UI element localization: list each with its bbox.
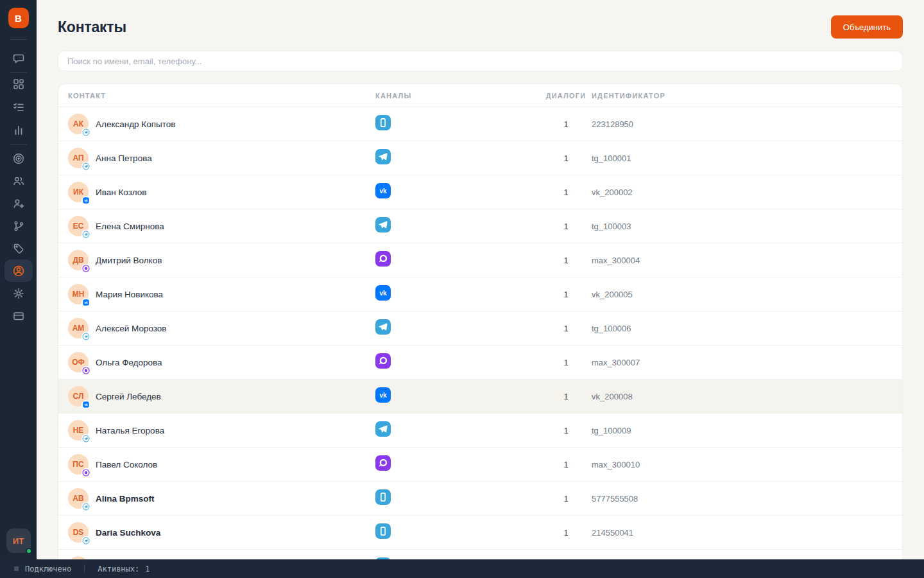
table-row[interactable]: НЕ Наталья Егорова 1 tg_100009 bbox=[58, 414, 902, 448]
table-header: КОНТАКТ КАНАЛЫ ДИАЛОГИ ИДЕНТИФИКАТОР bbox=[58, 84, 902, 107]
dialogs-count: 1 bbox=[540, 392, 592, 401]
active-count: 1 bbox=[145, 565, 150, 574]
gear-icon bbox=[12, 287, 25, 300]
svg-text:vk: vk bbox=[84, 403, 88, 407]
channel-cell bbox=[375, 319, 540, 337]
avatar-initials: ДВ bbox=[73, 256, 83, 265]
identifier: 223128950 bbox=[592, 119, 902, 129]
avatar-initials: ИК bbox=[73, 188, 83, 197]
telegram-channel-icon bbox=[375, 149, 391, 167]
sidebar-item-tag[interactable] bbox=[4, 237, 33, 259]
channel-cell bbox=[375, 149, 540, 167]
user-avatar[interactable]: ИТ bbox=[6, 529, 31, 553]
telegram-badge-icon bbox=[81, 128, 90, 137]
svg-text:vk: vk bbox=[84, 199, 88, 202]
table-row[interactable]: ЕС Елена Смирнова 1 tg_100003 bbox=[58, 209, 902, 243]
sidebar-divider bbox=[10, 39, 27, 40]
contact-cell: ДВ Дмитрий Волков bbox=[58, 250, 375, 270]
identifier: tg_100006 bbox=[592, 324, 902, 333]
vk-channel-icon: vk bbox=[375, 285, 391, 303]
avatar-initials: АК bbox=[73, 119, 83, 128]
sidebar-item-git-branch[interactable] bbox=[4, 215, 33, 237]
telegram-badge-icon bbox=[81, 536, 90, 545]
channel-cell bbox=[375, 489, 540, 507]
avatar-initials: DS bbox=[73, 528, 84, 537]
table-row[interactable]: ПС Павел Соколов 1 max_300010 bbox=[58, 448, 902, 482]
table-row[interactable]: АП Анна Петрова 1 tg_100001 bbox=[58, 141, 902, 175]
channel-cell: vk bbox=[375, 387, 540, 405]
channel-cell bbox=[375, 353, 540, 371]
sidebar-item-person-add[interactable] bbox=[4, 192, 33, 215]
page-header: Контакты Объединить bbox=[58, 15, 903, 39]
telegram-channel-icon bbox=[375, 421, 391, 439]
table-row[interactable]: АМ Алексей Морозов 1 tg_100006 bbox=[58, 311, 902, 346]
avatar-initials: МН bbox=[73, 290, 85, 299]
channel-cell bbox=[375, 455, 540, 473]
identifier: vk_200002 bbox=[592, 188, 902, 197]
dialogs-count: 1 bbox=[540, 324, 592, 333]
telegram-channel-icon bbox=[375, 319, 391, 337]
main-content: Контакты Объединить КОНТАКТ КАНАЛЫ ДИАЛО… bbox=[37, 0, 924, 559]
sidebar-item-billing[interactable] bbox=[4, 304, 33, 327]
contact-name: Ольга Федорова bbox=[96, 358, 162, 367]
sidebar-item-checklist[interactable] bbox=[4, 96, 33, 119]
avatar: АМ bbox=[68, 318, 89, 338]
channel-cell: vk bbox=[375, 183, 540, 201]
search-input[interactable] bbox=[58, 51, 903, 71]
table-row[interactable]: ОФ Ольга Федорова 1 max_300007 bbox=[58, 346, 902, 380]
svg-text:vk: vk bbox=[379, 392, 387, 399]
status-bar: Подключено Активных: 1 bbox=[0, 559, 924, 578]
table-row[interactable]: ДВ Дмитрий Волков 1 max_300004 bbox=[58, 243, 902, 277]
table-row[interactable]: DS Daria Suchkova 1 214550041 bbox=[58, 516, 902, 550]
contact-cell: ПС Павел Соколов bbox=[58, 454, 375, 475]
avatar: ПС bbox=[68, 454, 89, 475]
table-row[interactable]: АК Александр Копытов 1 223128950 bbox=[58, 107, 902, 141]
table-row[interactable]: МН vk Мария Новикова vk 1 vk_200005 bbox=[58, 277, 902, 311]
table-row[interactable]: СЛ vk Сергей Лебедев vk 1 vk_200008 bbox=[58, 380, 902, 414]
table-row[interactable]: ИК vk Иван Козлов vk 1 vk_200002 bbox=[58, 175, 902, 209]
contact-cell: АМ Алексей Морозов bbox=[58, 318, 375, 338]
sidebar-item-contacts[interactable] bbox=[4, 259, 33, 282]
sidebar-item-broadcast[interactable] bbox=[4, 147, 33, 170]
app-logo-letter: B bbox=[15, 13, 22, 24]
telegram-badge-icon bbox=[81, 434, 90, 443]
dialogs-count: 1 bbox=[540, 460, 592, 469]
sidebar-item-settings[interactable] bbox=[4, 282, 33, 304]
contact-cell: АК Александр Копытов bbox=[58, 114, 375, 134]
avatar: МН vk bbox=[68, 284, 89, 304]
avatar: НЕ bbox=[68, 420, 89, 441]
sidebar-item-people[interactable] bbox=[4, 170, 33, 192]
page-title: Контакты bbox=[58, 19, 126, 36]
person-add-icon bbox=[12, 197, 25, 210]
avatar-initials: ОФ bbox=[72, 358, 85, 367]
active-label: Активных: bbox=[98, 565, 139, 574]
connection-status-label: Подключено bbox=[25, 565, 71, 574]
dialogs-count: 1 bbox=[540, 256, 592, 265]
dialogs-count: 1 bbox=[540, 426, 592, 435]
telegram-badge-icon bbox=[81, 162, 90, 171]
avatar: ЕС bbox=[68, 216, 89, 236]
contact-name: Анна Петрова bbox=[96, 153, 152, 163]
contact-cell: ИК vk Иван Козлов bbox=[58, 182, 375, 202]
avatar-initials: ЕС bbox=[73, 222, 84, 231]
sidebar-item-analytics[interactable] bbox=[4, 119, 33, 142]
telegram-channel-icon bbox=[375, 217, 391, 235]
telegram-badge-icon bbox=[81, 502, 90, 511]
column-header-dialogs: ДИАЛОГИ bbox=[540, 92, 592, 100]
table-row[interactable] bbox=[58, 550, 902, 559]
table-row[interactable]: AB Alina Bpmsoft 1 5777555508 bbox=[58, 482, 902, 516]
merge-button[interactable]: Объединить bbox=[831, 15, 903, 39]
contact-cell: ЕС Елена Смирнова bbox=[58, 216, 375, 236]
online-status-dot bbox=[26, 548, 32, 554]
vk-badge-icon: vk bbox=[81, 400, 90, 409]
analytics-icon bbox=[12, 124, 25, 137]
people-icon bbox=[12, 175, 25, 188]
svg-text:vk: vk bbox=[379, 290, 387, 297]
max-badge-icon bbox=[81, 264, 90, 273]
sidebar-item-dashboard[interactable] bbox=[4, 73, 33, 96]
column-header-channels: КАНАЛЫ bbox=[375, 92, 540, 100]
app-logo[interactable]: B bbox=[8, 8, 29, 28]
contact-cell: ОФ Ольга Федорова bbox=[58, 352, 375, 372]
sidebar-item-chat[interactable] bbox=[4, 47, 33, 70]
avatar: АК bbox=[68, 114, 89, 134]
